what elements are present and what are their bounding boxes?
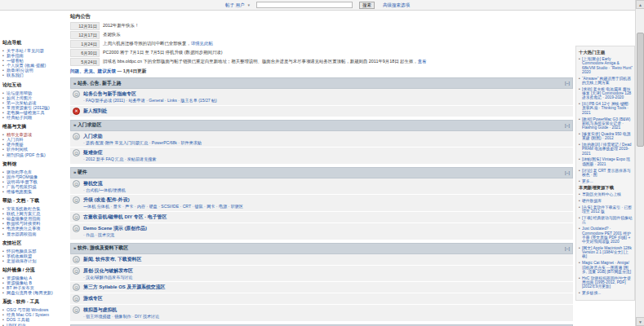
sidebar-item-link[interactable]: 显示器调校指南 — [7, 231, 36, 236]
forum-title-link[interactable]: » 入门求助区 — [73, 122, 101, 127]
forum-title-link[interactable]: 疑难杂症 — [83, 150, 103, 155]
topic-link[interactable]: [教程] PowerMac G3 (B&W) 刷机与系统安装全记录 · Flas… — [582, 117, 633, 130]
forum-title-link[interactable]: 游戏专区 — [83, 296, 103, 301]
sidebar-item-link[interactable]: 广告与包装扫描 — [7, 184, 36, 189]
scroll-down-button[interactable]: ▼ — [636, 317, 644, 326]
sidebar-item-link[interactable]: 硬件图鉴 — [7, 142, 24, 147]
collapse-toggle[interactable]: [–] — [565, 123, 570, 128]
forum-title-link[interactable]: 站务公告与新手指南专区 — [83, 91, 136, 96]
sidebar-item-link[interactable]: 联机上网方案汇总 — [7, 211, 41, 216]
sidebar-item-link[interactable]: 维修电路图集 — [7, 189, 32, 194]
advanced-search-link[interactable]: 高级搜索选项 — [383, 2, 410, 8]
forum-description-links[interactable]: · 2012 新手 FAQ 汇总 · 发帖前请先搜索 — [83, 157, 571, 162]
sidebar-item-link[interactable]: 怀旧电脑俱乐部 — [7, 249, 36, 253]
topic-link[interactable]: Just Outdated? · Commodore PET 2001 维护手册… — [582, 227, 633, 244]
sidebar-item-link[interactable]: 勋章/积分说明 — [7, 68, 33, 73]
collapse-toggle[interactable]: [–] — [565, 170, 570, 175]
forum-title-link[interactable]: Demo Scene 演示 (原创作品) — [83, 226, 147, 231]
topic-link[interactable]: 更多... — [582, 179, 633, 183]
search-scope-link[interactable]: 帖子 — [225, 2, 234, 7]
topic-link[interactable]: [网文] Apple Macintosh 128k Version 2.1 [1… — [582, 246, 633, 259]
sidebar-item-link[interactable]: 精华文章选读 — [7, 132, 32, 137]
sidebar-item-link[interactable]: 资源镜像站 B — [7, 280, 32, 285]
sidebar-item-link[interactable]: 磁盘镜像使用指南 — [7, 216, 41, 221]
sidebar-item-link[interactable]: UNIX 衍生 — [7, 323, 26, 326]
forum-title-link[interactable]: 升级 (改造·配件·外设) — [83, 197, 130, 202]
sidebar-item-link[interactable]: 新手指南 — [7, 53, 24, 58]
sidebar-item-link[interactable]: 一键看帖 — [7, 58, 24, 63]
topic-link[interactable]: [修复实录] Quadra 950 电源重建 (附图) · 2012 — [582, 132, 633, 141]
sidebar-item-link[interactable]: 说明书/手册下载 — [7, 179, 38, 184]
sidebar-item-link[interactable]: 入门百科 — [7, 137, 24, 142]
forum-title-link[interactable]: 第三方 Syllable OS 及开源系统交流区 — [83, 284, 165, 289]
sidebar-item-link[interactable]: 经典 Mac OS / System — [7, 312, 49, 317]
forum-title-link[interactable]: » 软件, 游戏及资料下载区 — [73, 245, 128, 250]
topic-link[interactable]: [出] PB G4 12寸 屏线·键帽·原装风扇 · Thinking Tool… — [582, 102, 633, 115]
forum-title-link[interactable]: 整机交流 — [83, 181, 103, 186]
topic-link[interactable]: Magic Cat Magnet · Amiga/旧机改造合集 一图看遍 [图多… — [582, 261, 633, 274]
collapse-toggle[interactable]: [–] — [565, 81, 570, 86]
sidebar-item-link[interactable]: 电池更换注意事项 — [7, 226, 41, 231]
chevron-down-icon[interactable]: ▾ — [248, 2, 251, 7]
forum-description-links[interactable]: · 台式机/一体机/便携机 — [83, 188, 571, 193]
sidebar-item-link[interactable]: 网盘分流目录 (每周更新) — [7, 290, 53, 295]
forum-title-link[interactable]: » 站务, 公告, 新手上路 — [73, 81, 122, 86]
forum-title-link[interactable]: 入门求助 — [83, 134, 103, 139]
sidebar-item-link[interactable]: 软件时间线 — [7, 147, 28, 152]
sidebar-item-link[interactable]: 如何上传图片 — [7, 95, 32, 100]
sidebar-item-link[interactable]: 掌机收藏联盟 — [7, 253, 32, 258]
topic-link[interactable]: [讨论] 老 CRT 显示器保养与校色 · 图 — [582, 169, 633, 178]
scroll-thumb[interactable] — [637, 33, 644, 147]
forum-title-link[interactable]: 新闻, 软件发布, 下载资料区 — [83, 257, 141, 262]
sidebar-item-link[interactable]: 期刊扫描 (PDF 合集) — [7, 152, 46, 157]
sidebar-item-link[interactable]: 第一次发帖必读 — [7, 100, 36, 105]
forum-description-links[interactable]: · 宿主环境搭建 · 镜像制作 · DIY 技术讨论 — [83, 315, 571, 319]
forum-description-links[interactable]: 一体机 分体机 · 显卡 · 声卡 · 内存 · 硬盘 · SCSI/IDE ·… — [83, 205, 571, 209]
topic-link[interactable]: [下载] 经典驱动与固件镜像站点 — [582, 216, 633, 225]
forum-description-links[interactable]: · 选购·配置·附件 常见入门问题汇总 · PowerPC/68k · 软件类求… — [83, 141, 571, 146]
topic-link[interactable]: [求助] 老主板 电池漏液 腐蚀修复 [天津] Commodore 128 进水… — [582, 87, 633, 100]
topic-link[interactable]: HxC 软驱模拟器固件/中文使用指南 [1995-2012, PDF] [201… — [582, 276, 633, 289]
forum-title-link[interactable]: 模拟器与虚拟机 — [83, 307, 117, 312]
collapse-toggle[interactable]: [–] — [565, 246, 570, 251]
topic-link[interactable]: [转帖/图集] Vintage Expo 现场图册 · 2021 — [582, 157, 633, 166]
forum-description-links[interactable]: · 作品 · 技术交流 — [83, 233, 571, 238]
announcement-link[interactable]: 详情见此帖 — [191, 41, 213, 46]
feedback-link[interactable]: 问题、意见、建议反馈 — [70, 68, 116, 73]
page-scrollbar[interactable]: ▲ ▼ — [635, 0, 644, 326]
topic-link[interactable]: [合集] 老软件下载索引 · 已整理至 2012 版 — [582, 205, 633, 214]
forum-title-link[interactable]: » 硬件 — [73, 170, 87, 174]
topic-link[interactable]: [上海|聚会] Early Commodore Amiga & 68k/VM S… — [582, 57, 633, 74]
sidebar-item-link[interactable]: 老游戏保存计划 — [7, 258, 36, 263]
search-scope-link[interactable]: 用户 — [236, 2, 245, 7]
sidebar-item-link[interactable]: OS/2 与早期 Windows — [7, 307, 48, 312]
sidebar-item-link[interactable]: 老电脑一键检测工具 — [7, 110, 45, 115]
forum-description-links[interactable]: · FAQ/新手必读 (2011) · 站务申请 · General · Lin… — [83, 99, 571, 104]
sidebar-item-link[interactable]: BT 种子发布页 — [7, 285, 34, 290]
sidebar-item-link[interactable]: 安装系统教程合集 — [7, 206, 41, 211]
sidebar-item-link[interactable]: 驱动程序仓库 — [7, 170, 32, 174]
topic-link[interactable]: [血的教训] / 排雷笔记 / Dead PRAM 电池事故处理 2019-20… — [582, 143, 633, 156]
sidebar-item-link[interactable]: 数据线与转接资料 — [7, 221, 41, 226]
sidebar-item-link[interactable]: DOS 工具箱 — [7, 317, 29, 322]
sidebar-item-link[interactable]: 个人设置 (收藏·提醒) — [7, 63, 46, 68]
sidebar-item-link[interactable]: 关于本站 / 常见问题 — [7, 48, 44, 53]
topic-link[interactable]: 早期历史资料中心上线 — [582, 192, 633, 196]
forum-title-link[interactable]: 新人报到处 — [83, 108, 107, 113]
sidebar-item-link[interactable]: 固件与ROM镜像 — [7, 174, 38, 179]
sidebar-item-link[interactable]: 常用资源索引 (2012版) — [7, 105, 50, 110]
sidebar-item-link[interactable]: 联系我们 — [7, 73, 24, 77]
topic-link[interactable]: “Airwave” 构建适用于旧机器的无线上网方案 — [582, 77, 633, 86]
search-button[interactable]: 搜索 — [359, 2, 375, 9]
topic-link[interactable]: 更多链接... — [582, 291, 633, 295]
sidebar-item-link[interactable]: 经典帖子回顾 — [7, 115, 32, 120]
sidebar-item-link[interactable]: 论坛使用帮助 — [7, 90, 32, 95]
search-input[interactable] — [256, 2, 353, 8]
forum-title-link[interactable]: 原创·汉化与破解发布区 — [83, 268, 133, 273]
scroll-up-button[interactable]: ▲ — [636, 0, 644, 9]
forum-description-links[interactable]: · 汉化/破解作品发布与讨论 — [83, 275, 571, 280]
forum-title-link[interactable]: 古董收音机/磁带机 DIY 专区 · 电子管区 — [83, 214, 167, 219]
sidebar-item-link[interactable]: 资源镜像站 A — [7, 275, 32, 280]
topic-link[interactable]: 硬件数据库 — [582, 199, 633, 203]
announcement-link[interactable]: 查看 — [418, 59, 427, 64]
